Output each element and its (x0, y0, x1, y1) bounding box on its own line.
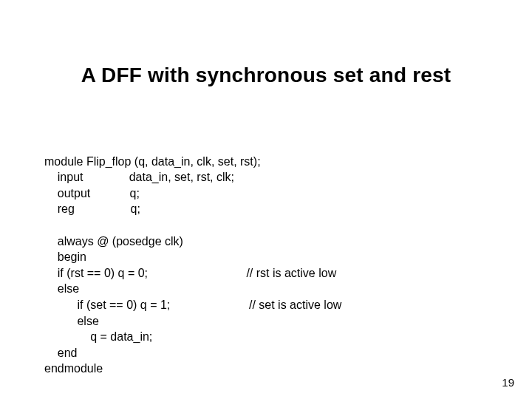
code-line: q = data_in; (44, 330, 152, 343)
page-number: 19 (502, 376, 514, 389)
code-line: if (set == 0) q = 1; // set is active lo… (44, 299, 341, 311)
code-line: endmodule (44, 362, 103, 375)
code-line: always @ (posedge clk) (44, 235, 183, 248)
code-line: else (44, 315, 99, 327)
code-line: input data_in, set, rst, clk; (44, 171, 234, 183)
slide: A DFF with synchronous set and rest modu… (0, 0, 532, 399)
code-line: begin (44, 250, 86, 263)
code-block: module Flip_flop (q, data_in, clk, set, … (44, 137, 341, 377)
slide-title: A DFF with synchronous set and rest (0, 64, 532, 87)
code-line: output q; (44, 187, 140, 200)
code-line: end (44, 347, 77, 359)
code-line: reg q; (44, 202, 140, 215)
code-line: else (44, 282, 79, 295)
code-line: if (rst == 0) q = 0; // rst is active lo… (44, 267, 336, 279)
code-line: module Flip_flop (q, data_in, clk, set, … (44, 155, 261, 168)
